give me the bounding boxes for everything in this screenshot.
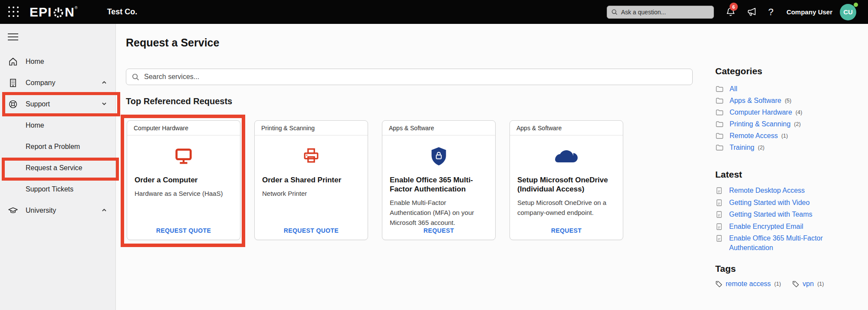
search-icon <box>132 73 140 81</box>
category-link[interactable]: All <box>730 85 737 93</box>
chevron-up-icon <box>101 207 107 213</box>
sidebar-item-label: Home <box>26 58 44 66</box>
sidebar-item-label: Support <box>26 100 50 108</box>
document-icon <box>715 187 723 195</box>
global-search-input[interactable] <box>621 9 710 16</box>
tag-vpn[interactable]: vpn (1) <box>792 280 824 288</box>
main-content: Request a Service Top Referenced Request… <box>116 24 868 310</box>
latest-getting-started-with-teams[interactable]: Getting Started with Teams <box>715 210 863 219</box>
card-description: Hardware as a Service (HaaS) <box>135 188 233 198</box>
tag-icon <box>792 280 799 288</box>
notifications-button[interactable]: 6 <box>725 7 736 17</box>
top-referenced-requests: Computer Hardware Order a Computer Hardw… <box>127 120 623 240</box>
power-button-icon <box>53 7 64 18</box>
tag-remote-access[interactable]: remote access (1) <box>715 280 781 288</box>
services-search-box[interactable] <box>126 69 693 85</box>
printer-icon <box>262 146 360 167</box>
card-category: Printing & Scanning <box>255 121 368 135</box>
announcements-button[interactable] <box>746 7 758 18</box>
categories-list: All Apps & Software (5) Computer Hardwar… <box>715 83 863 153</box>
logo-text-left: EPI <box>30 5 52 20</box>
category-link[interactable]: Remote Access <box>730 132 778 140</box>
card-order-a-shared-printer[interactable]: Printing & Scanning Order a Shared Print… <box>254 120 368 240</box>
latest-link[interactable]: Enable Encrypted Email <box>729 222 803 231</box>
tag-link[interactable]: vpn <box>802 280 814 288</box>
sidebar-item-request-a-service[interactable]: Request a Service <box>0 157 115 178</box>
left-sidebar: Home Company Support <box>0 24 116 310</box>
request-quote-button[interactable]: REQUEST QUOTE <box>255 227 368 234</box>
megaphone-icon <box>746 7 758 18</box>
services-search-input[interactable] <box>144 73 687 81</box>
folder-icon <box>715 120 724 129</box>
building-icon <box>8 78 18 88</box>
tenant-name: Test Co. <box>107 7 138 16</box>
sidebar-item-label: Report a Problem <box>26 143 80 151</box>
document-icon <box>715 211 723 218</box>
global-search-box[interactable] <box>607 6 714 19</box>
app-launcher-icon[interactable] <box>8 7 20 18</box>
category-link[interactable]: Training <box>730 144 754 152</box>
card-order-a-computer[interactable]: Computer Hardware Order a Computer Hardw… <box>127 120 240 240</box>
graduation-cap-icon <box>8 205 18 216</box>
category-link[interactable]: Apps & Software <box>730 97 781 105</box>
category-link[interactable]: Printing & Scanning <box>730 120 791 128</box>
request-quote-button[interactable]: REQUEST QUOTE <box>127 227 240 234</box>
card-title: Order a Shared Printer <box>262 175 360 185</box>
chevron-down-icon <box>101 101 107 107</box>
category-all[interactable]: All <box>715 83 863 95</box>
card-description: Setup Microsoft OneDrive on a company-ow… <box>517 198 615 218</box>
sidebar-item-university[interactable]: University <box>0 200 115 221</box>
user-name[interactable]: Company User <box>786 8 832 16</box>
latest-link[interactable]: Enable Office 365 Multi-Factor Authentic… <box>729 234 833 252</box>
chevron-up-icon <box>101 79 107 86</box>
request-button[interactable]: REQUEST <box>510 227 623 234</box>
category-count: (5) <box>785 98 791 104</box>
lifebuoy-icon <box>8 99 18 109</box>
page-title: Request a Service <box>126 36 219 49</box>
document-icon <box>715 223 723 231</box>
category-count: (2) <box>758 145 764 151</box>
latest-getting-started-with-video[interactable]: Getting Started with Video <box>715 198 863 208</box>
sidebar-item-company[interactable]: Company <box>0 72 115 93</box>
category-count: (2) <box>794 121 801 127</box>
latest-remote-desktop-access[interactable]: Remote Desktop Access <box>715 186 863 195</box>
category-computer-hardware[interactable]: Computer Hardware (4) <box>715 106 863 118</box>
folder-icon <box>715 108 724 117</box>
collapse-menu-icon[interactable] <box>8 31 18 43</box>
section-title: Top Referenced Requests <box>126 96 232 106</box>
sidebar-item-home[interactable]: Home <box>0 51 115 72</box>
latest-enable-office-365-mfa[interactable]: Enable Office 365 Multi-Factor Authentic… <box>715 234 863 252</box>
shield-lock-icon <box>390 146 488 167</box>
category-printing-scanning[interactable]: Printing & Scanning (2) <box>715 118 863 130</box>
request-button[interactable]: REQUEST <box>382 227 495 234</box>
latest-title: Latest <box>715 169 863 180</box>
card-setup-microsoft-onedrive[interactable]: Apps & Software Setup Microsoft OneDrive… <box>510 120 623 240</box>
tag-link[interactable]: remote access <box>726 280 771 288</box>
category-remote-access[interactable]: Remote Access (1) <box>715 130 863 142</box>
tags-title: Tags <box>715 264 863 274</box>
category-apps-software[interactable]: Apps & Software (5) <box>715 95 863 106</box>
latest-link[interactable]: Getting Started with Teams <box>729 210 812 219</box>
help-button[interactable]: ? <box>768 7 773 18</box>
service-portal-screen: EPI N ® Test Co. 6 <box>0 0 868 310</box>
tag-icon <box>715 280 723 288</box>
card-enable-office-365-mfa[interactable]: Apps & Software Enable Office 365 Multi-… <box>382 120 496 240</box>
card-category: Computer Hardware <box>127 121 240 135</box>
sidebar-item-label: Company <box>26 79 55 87</box>
category-count: (1) <box>781 133 788 139</box>
latest-enable-encrypted-email[interactable]: Enable Encrypted Email <box>715 222 863 231</box>
right-rail: Categories All Apps & Software (5) Compu… <box>715 66 863 288</box>
categories-title: Categories <box>715 66 863 76</box>
epion-logo[interactable]: EPI N ® <box>30 5 78 20</box>
card-description: Enable Multi-Factor Authentication (MFA)… <box>390 198 488 228</box>
latest-link[interactable]: Remote Desktop Access <box>729 186 805 195</box>
sidebar-item-report-a-problem[interactable]: Report a Problem <box>0 136 115 157</box>
sidebar-item-support-tickets[interactable]: Support Tickets <box>0 178 115 200</box>
user-avatar[interactable]: CU <box>840 4 856 20</box>
category-link[interactable]: Computer Hardware <box>730 109 792 116</box>
latest-link[interactable]: Getting Started with Video <box>729 198 810 208</box>
sidebar-item-label: Request a Service <box>26 164 82 172</box>
category-training[interactable]: Training (2) <box>715 142 863 153</box>
sidebar-item-support-home[interactable]: Home <box>0 115 115 136</box>
sidebar-item-support[interactable]: Support <box>0 93 115 115</box>
